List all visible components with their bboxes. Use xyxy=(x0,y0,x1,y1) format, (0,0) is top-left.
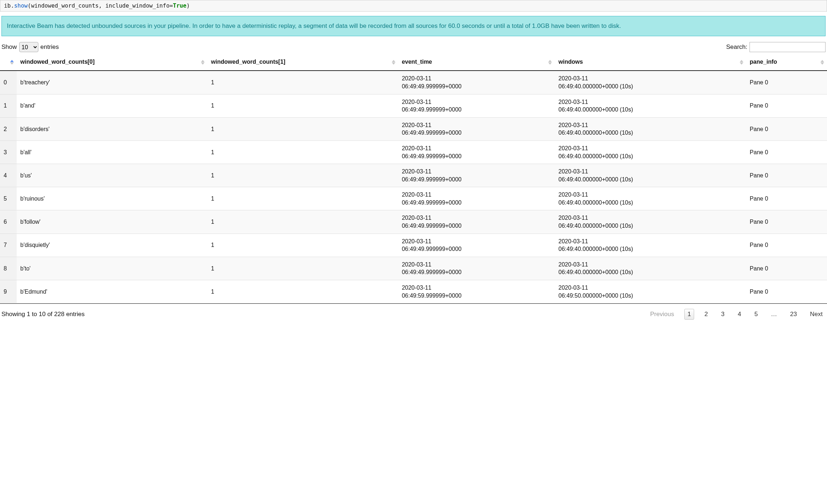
pager-page[interactable]: 2 xyxy=(701,309,711,319)
cell-count: 1 xyxy=(207,71,398,94)
table-row: 0b'treachery'12020-03-11 06:49:49.999999… xyxy=(0,71,827,94)
show-label-post: entries xyxy=(41,43,59,51)
table-footer: Showing 1 to 10 of 228 entries Previous1… xyxy=(0,303,827,323)
cell-index: 4 xyxy=(0,164,17,187)
col-pane-info[interactable]: pane_info xyxy=(746,54,827,71)
info-alert: Interactive Beam has detected unbounded … xyxy=(1,16,826,36)
info-alert-text: Interactive Beam has detected unbounded … xyxy=(7,22,621,29)
cell-pane-info: Pane 0 xyxy=(746,117,827,140)
pager: Previous12345…23Next xyxy=(647,309,826,320)
cell-event-time: 2020-03-11 06:49:49.999999+0000 xyxy=(398,117,555,140)
table-row: 7b'disquietly'12020-03-11 06:49:49.99999… xyxy=(0,234,827,257)
cell-pane-info: Pane 0 xyxy=(746,280,827,303)
entries-select[interactable]: 102550100 xyxy=(19,42,38,52)
col-label: windows xyxy=(558,59,583,65)
cell-word: b'Edmund' xyxy=(17,280,207,303)
pager-ellipsis: … xyxy=(768,309,780,319)
cell-pane-info: Pane 0 xyxy=(746,164,827,187)
sort-icon xyxy=(548,60,552,65)
col-label: event_time xyxy=(402,59,432,65)
table-row: 1b'and'12020-03-11 06:49:49.999999+00002… xyxy=(0,94,827,117)
cell-count: 1 xyxy=(207,94,398,117)
col-index[interactable] xyxy=(0,54,17,71)
cell-index: 0 xyxy=(0,71,17,94)
col-label: pane_info xyxy=(750,59,777,65)
cell-event-time: 2020-03-11 06:49:49.999999+0000 xyxy=(398,94,555,117)
table-row: 4b'us'12020-03-11 06:49:49.999999+000020… xyxy=(0,164,827,187)
table-head: windowed_word_counts[0]windowed_word_cou… xyxy=(0,54,827,71)
cell-count: 1 xyxy=(207,140,398,164)
code-args-open: (windowed_word_counts, include_window_in… xyxy=(28,3,169,9)
cell-event-time: 2020-03-11 06:49:59.999999+0000 xyxy=(398,280,555,303)
table-body: 0b'treachery'12020-03-11 06:49:49.999999… xyxy=(0,71,827,303)
cell-count: 1 xyxy=(207,164,398,187)
pager-page[interactable]: 5 xyxy=(751,309,761,319)
cell-word: b'to' xyxy=(17,257,207,280)
pager-page[interactable]: 1 xyxy=(684,309,694,320)
pager-next[interactable]: Next xyxy=(807,309,826,319)
cell-index: 5 xyxy=(0,187,17,210)
sort-icon xyxy=(740,60,743,65)
col-label: windowed_word_counts[1] xyxy=(211,59,285,65)
cell-event-time: 2020-03-11 06:49:49.999999+0000 xyxy=(398,164,555,187)
cell-pane-info: Pane 0 xyxy=(746,210,827,234)
code-fn: show xyxy=(14,3,28,9)
cell-word: b'disorders' xyxy=(17,117,207,140)
search-input[interactable] xyxy=(750,42,826,52)
sort-icon xyxy=(392,60,395,65)
code-cell: ib.show(windowed_word_counts, include_wi… xyxy=(0,0,827,12)
pager-page[interactable]: 3 xyxy=(718,309,727,319)
cell-index: 6 xyxy=(0,210,17,234)
pager-page[interactable]: 23 xyxy=(787,309,800,319)
col-windowed-word-counts-0-[interactable]: windowed_word_counts[0] xyxy=(17,54,207,71)
cell-pane-info: Pane 0 xyxy=(746,94,827,117)
cell-windows: 2020-03-11 06:49:40.000000+0000 (10s) xyxy=(555,164,746,187)
col-windowed-word-counts-1-[interactable]: windowed_word_counts[1] xyxy=(207,54,398,71)
pager-previous[interactable]: Previous xyxy=(647,309,677,319)
cell-windows: 2020-03-11 06:49:40.000000+0000 (10s) xyxy=(555,71,746,94)
code-eq: = xyxy=(169,3,173,9)
cell-event-time: 2020-03-11 06:49:49.999999+0000 xyxy=(398,71,555,94)
pager-page[interactable]: 4 xyxy=(735,309,744,319)
cell-windows: 2020-03-11 06:49:40.000000+0000 (10s) xyxy=(555,140,746,164)
cell-word: b'and' xyxy=(17,94,207,117)
cell-index: 7 xyxy=(0,234,17,257)
cell-pane-info: Pane 0 xyxy=(746,140,827,164)
col-windows[interactable]: windows xyxy=(555,54,746,71)
data-table: windowed_word_counts[0]windowed_word_cou… xyxy=(0,54,827,303)
cell-index: 2 xyxy=(0,117,17,140)
cell-event-time: 2020-03-11 06:49:49.999999+0000 xyxy=(398,234,555,257)
cell-count: 1 xyxy=(207,117,398,140)
cell-word: b'ruinous' xyxy=(17,187,207,210)
entries-control: Show 102550100 entries xyxy=(1,42,59,52)
col-event-time[interactable]: event_time xyxy=(398,54,555,71)
cell-event-time: 2020-03-11 06:49:49.999999+0000 xyxy=(398,187,555,210)
cell-windows: 2020-03-11 06:49:40.000000+0000 (10s) xyxy=(555,210,746,234)
cell-word: b'us' xyxy=(17,164,207,187)
cell-event-time: 2020-03-11 06:49:49.999999+0000 xyxy=(398,257,555,280)
cell-pane-info: Pane 0 xyxy=(746,187,827,210)
cell-event-time: 2020-03-11 06:49:49.999999+0000 xyxy=(398,210,555,234)
cell-index: 1 xyxy=(0,94,17,117)
cell-event-time: 2020-03-11 06:49:49.999999+0000 xyxy=(398,140,555,164)
cell-count: 1 xyxy=(207,234,398,257)
sort-icon xyxy=(10,60,14,65)
table-info: Showing 1 to 10 of 228 entries xyxy=(1,311,85,318)
cell-pane-info: Pane 0 xyxy=(746,71,827,94)
cell-index: 3 xyxy=(0,140,17,164)
code-args-close: ) xyxy=(186,3,190,9)
cell-count: 1 xyxy=(207,280,398,303)
show-label-pre: Show xyxy=(1,43,17,51)
search-control: Search: xyxy=(726,42,826,52)
cell-word: b'all' xyxy=(17,140,207,164)
search-label: Search: xyxy=(726,43,747,51)
cell-windows: 2020-03-11 06:49:40.000000+0000 (10s) xyxy=(555,117,746,140)
cell-pane-info: Pane 0 xyxy=(746,234,827,257)
cell-word: b'treachery' xyxy=(17,71,207,94)
cell-count: 1 xyxy=(207,210,398,234)
cell-windows: 2020-03-11 06:49:40.000000+0000 (10s) xyxy=(555,94,746,117)
cell-index: 8 xyxy=(0,257,17,280)
table-row: 3b'all'12020-03-11 06:49:49.999999+00002… xyxy=(0,140,827,164)
cell-windows: 2020-03-11 06:49:50.000000+0000 (10s) xyxy=(555,280,746,303)
code-prefix: ib. xyxy=(4,3,14,9)
